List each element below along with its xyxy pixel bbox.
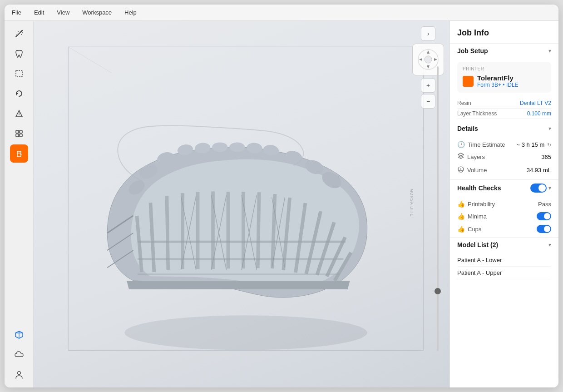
model-list-header[interactable]: Model List (2) ▾ (450, 237, 558, 252)
minima-icon: 👍 (457, 213, 465, 220)
model-item-1[interactable]: Patient A - Upper (457, 267, 551, 279)
tooth-tool[interactable] (10, 45, 28, 63)
details-label: Details (457, 125, 478, 132)
details-section: 🕐 Time Estimate ~ 3 h 15 m ↻ (457, 136, 551, 179)
zoom-in-btn[interactable]: + (421, 78, 435, 93)
svg-rect-9 (16, 130, 19, 133)
svg-point-17 (17, 372, 20, 375)
svg-text:MORSA BITE: MORSA BITE (410, 189, 414, 217)
nav-forward-btn[interactable]: › (421, 26, 435, 41)
printer-icon (463, 76, 474, 87)
cloud-tool[interactable] (10, 346, 28, 364)
health-checks-toggle[interactable] (530, 184, 547, 193)
health-checks-chevron: ▾ (548, 185, 551, 191)
svg-marker-67 (427, 50, 430, 54)
details-chevron: ▾ (548, 125, 551, 132)
select-tool[interactable] (10, 65, 28, 83)
svg-rect-43 (227, 192, 230, 268)
volume-label: Volume (467, 167, 487, 174)
cups-icon: 👍 (457, 225, 465, 233)
support-tool[interactable] (10, 104, 28, 123)
menu-help[interactable]: Help (123, 8, 138, 17)
svg-point-3 (21, 34, 22, 35)
menu-file[interactable]: File (10, 8, 23, 17)
minima-label: Minima (468, 213, 487, 220)
svg-point-66 (425, 56, 432, 63)
menu-view[interactable]: View (55, 8, 71, 17)
health-checks-header[interactable]: Health Checks ▾ (450, 179, 558, 196)
printer-status: Form 3B+ • IDLE (477, 82, 519, 88)
job-setup-chevron: ▾ (548, 48, 551, 54)
layer-thickness-value[interactable]: 0.100 mm (527, 110, 551, 117)
svg-line-1 (21, 30, 22, 32)
printer-details: Resin Dental LT V2 Layer Thickness 0.100… (457, 96, 551, 121)
resin-value[interactable]: Dental LT V2 (520, 100, 551, 106)
svg-point-14 (20, 154, 21, 155)
printer-section-label: PRINTER (463, 66, 546, 71)
rotate-tool[interactable] (10, 84, 28, 103)
wand-tool[interactable] (10, 25, 28, 43)
svg-point-4 (16, 35, 17, 35)
svg-rect-11 (16, 134, 19, 137)
model-list-label: Model List (2) (457, 241, 498, 248)
health-checks-label: Health Checks (457, 184, 501, 192)
volume-value: 34.93 mL (527, 167, 551, 174)
viewport[interactable]: MORSA BITE › (34, 21, 449, 387)
model-list-chevron: ▾ (548, 242, 551, 248)
svg-rect-10 (20, 130, 22, 133)
job-setup-header[interactable]: Job Setup ▾ (450, 43, 558, 58)
details-header[interactable]: Details ▾ (450, 121, 558, 136)
cups-toggle[interactable] (537, 225, 551, 233)
svg-rect-41 (196, 192, 200, 269)
printability-label: Printability (468, 201, 495, 208)
svg-point-2 (18, 31, 19, 32)
printability-value: Pass (538, 201, 551, 208)
volume-icon (457, 166, 464, 174)
svg-rect-13 (17, 153, 21, 157)
person-tool[interactable] (10, 366, 28, 384)
job-setup-label: Job Setup (457, 47, 488, 55)
panel-title: Job Info (450, 21, 558, 43)
svg-line-0 (16, 32, 21, 37)
svg-point-71 (459, 170, 463, 172)
svg-rect-12 (20, 134, 22, 137)
cube-tool[interactable] (10, 326, 28, 344)
time-icon: 🕐 (457, 141, 465, 148)
layers-icon (457, 153, 464, 161)
svg-point-24 (124, 315, 367, 350)
svg-marker-68 (427, 65, 430, 69)
cups-label: Cups (468, 226, 481, 233)
svg-marker-69 (419, 58, 422, 61)
layers-label: Layers (467, 154, 485, 160)
svg-point-27 (212, 143, 227, 152)
time-estimate-value: ~ 3 h 15 m ↻ (517, 141, 551, 148)
printer-name: TolerantFly (477, 74, 519, 82)
health-section: 👍 Printability Pass 👍 Minima 👍 Cups (457, 196, 551, 237)
svg-marker-70 (434, 58, 437, 61)
resin-label: Resin (457, 100, 471, 106)
right-panel: Job Info Job Setup ▾ PRINTER TolerantFly… (449, 21, 558, 387)
menu-workspace[interactable]: Workspace (80, 8, 114, 17)
left-toolbar (5, 21, 34, 387)
model-list-section: Patient A - Lower Patient A - Upper (457, 252, 551, 281)
layer-slider[interactable] (435, 66, 440, 351)
time-estimate-label: Time Estimate (468, 141, 505, 148)
layers-value: 365 (541, 154, 551, 160)
printer-card: PRINTER TolerantFly Form 3B+ • IDLE (457, 62, 551, 93)
layer-thickness-label: Layer Thickness (457, 110, 497, 117)
print-tool[interactable] (10, 144, 28, 163)
menu-bar: File Edit View Workspace Help (5, 5, 558, 21)
printability-icon: 👍 (457, 200, 465, 208)
minima-toggle[interactable] (537, 212, 551, 220)
svg-rect-6 (16, 70, 22, 77)
model-item-0[interactable]: Patient A - Lower (457, 254, 551, 267)
menu-edit[interactable]: Edit (32, 8, 46, 17)
svg-point-5 (22, 32, 23, 33)
layout-tool[interactable] (10, 124, 28, 143)
zoom-out-btn[interactable]: − (421, 94, 435, 109)
